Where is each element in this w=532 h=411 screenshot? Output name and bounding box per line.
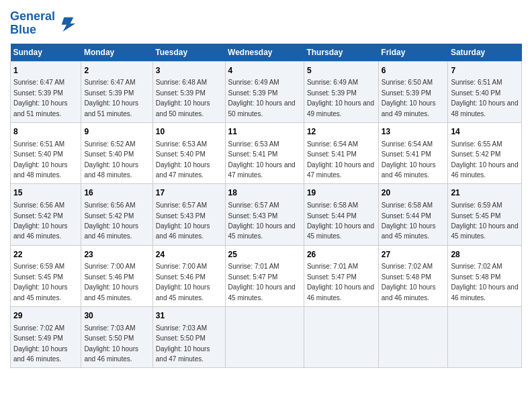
svg-marker-0	[62, 17, 76, 31]
daylight: Daylight: 10 hours and 47 minutes.	[307, 161, 374, 179]
calendar-cell: 31Sunrise: 7:03 AMSunset: 5:50 PMDayligh…	[152, 307, 225, 368]
day-number: 23	[84, 249, 149, 261]
calendar-body: 1Sunrise: 6:47 AMSunset: 5:39 PMDaylight…	[11, 61, 522, 368]
calendar-cell: 13Sunrise: 6:54 AMSunset: 5:41 PMDayligh…	[378, 122, 448, 183]
day-number: 3	[156, 65, 222, 77]
daylight: Daylight: 10 hours and 45 minutes.	[382, 222, 436, 240]
sunset: Sunset: 5:46 PM	[156, 273, 206, 281]
day-number: 18	[228, 187, 301, 199]
daylight: Daylight: 10 hours and 48 minutes.	[13, 161, 68, 179]
sunrise: Sunrise: 6:58 AM	[382, 201, 433, 209]
calendar-cell: 25Sunrise: 7:01 AMSunset: 5:47 PMDayligh…	[225, 245, 304, 306]
sunrise: Sunrise: 6:56 AM	[13, 201, 64, 209]
header-day-saturday: Saturday	[448, 44, 522, 62]
day-number: 6	[382, 65, 445, 77]
calendar-cell: 5Sunrise: 6:49 AMSunset: 5:39 PMDaylight…	[304, 61, 378, 122]
daylight: Daylight: 10 hours and 46 minutes.	[13, 222, 68, 240]
sunset: Sunset: 5:42 PM	[13, 212, 63, 220]
daylight: Daylight: 10 hours and 48 minutes.	[84, 161, 138, 179]
sunrise: Sunrise: 6:49 AM	[228, 79, 279, 86]
sunrise: Sunrise: 6:57 AM	[156, 201, 207, 209]
daylight: Daylight: 10 hours and 46 minutes.	[156, 222, 210, 240]
sunrise: Sunrise: 7:02 AM	[451, 263, 502, 270]
sunrise: Sunrise: 6:54 AM	[382, 140, 433, 148]
day-number: 28	[451, 249, 519, 261]
day-number: 17	[156, 187, 222, 199]
calendar-cell: 30Sunrise: 7:03 AMSunset: 5:50 PMDayligh…	[81, 307, 152, 368]
calendar-cell: 27Sunrise: 7:02 AMSunset: 5:48 PMDayligh…	[378, 245, 448, 306]
sunrise: Sunrise: 7:01 AM	[228, 263, 279, 270]
sunset: Sunset: 5:39 PM	[382, 89, 431, 97]
daylight: Daylight: 10 hours and 48 minutes.	[451, 99, 518, 117]
sunset: Sunset: 5:47 PM	[228, 273, 278, 281]
sunrise: Sunrise: 6:51 AM	[13, 140, 64, 148]
daylight: Daylight: 10 hours and 46 minutes.	[451, 283, 518, 301]
sunset: Sunset: 5:44 PM	[307, 212, 357, 220]
sunrise: Sunrise: 6:53 AM	[228, 140, 279, 148]
sunset: Sunset: 5:41 PM	[382, 150, 431, 158]
calendar-cell: 24Sunrise: 7:00 AMSunset: 5:46 PMDayligh…	[152, 245, 225, 306]
day-number: 30	[84, 310, 149, 322]
daylight: Daylight: 10 hours and 49 minutes.	[382, 99, 436, 117]
header-day-friday: Friday	[378, 44, 448, 62]
logo: GeneralBlue	[10, 10, 77, 37]
sunset: Sunset: 5:39 PM	[228, 89, 278, 97]
daylight: Daylight: 10 hours and 51 minutes.	[84, 99, 138, 117]
day-number: 19	[307, 187, 375, 199]
day-number: 24	[156, 249, 222, 261]
calendar-cell: 14Sunrise: 6:55 AMSunset: 5:42 PMDayligh…	[448, 122, 522, 183]
sunrise: Sunrise: 7:03 AM	[156, 324, 207, 332]
day-number: 11	[228, 126, 301, 138]
calendar-cell	[448, 307, 522, 368]
header-day-tuesday: Tuesday	[152, 44, 225, 62]
daylight: Daylight: 10 hours and 45 minutes.	[13, 283, 68, 301]
calendar-week-2: 8Sunrise: 6:51 AMSunset: 5:40 PMDaylight…	[11, 122, 522, 183]
calendar-week-3: 15Sunrise: 6:56 AMSunset: 5:42 PMDayligh…	[11, 184, 522, 245]
sunrise: Sunrise: 6:47 AM	[13, 79, 64, 86]
calendar-cell: 18Sunrise: 6:57 AMSunset: 5:43 PMDayligh…	[225, 184, 304, 245]
calendar-cell: 21Sunrise: 6:59 AMSunset: 5:45 PMDayligh…	[448, 184, 522, 245]
daylight: Daylight: 10 hours and 45 minutes.	[451, 222, 518, 240]
calendar-cell: 16Sunrise: 6:56 AMSunset: 5:42 PMDayligh…	[81, 184, 152, 245]
day-number: 9	[84, 126, 149, 138]
day-number: 20	[382, 187, 445, 199]
daylight: Daylight: 10 hours and 45 minutes.	[84, 283, 138, 301]
calendar-cell: 23Sunrise: 7:00 AMSunset: 5:46 PMDayligh…	[81, 245, 152, 306]
sunset: Sunset: 5:40 PM	[451, 89, 500, 97]
sunrise: Sunrise: 6:49 AM	[307, 79, 358, 86]
sunrise: Sunrise: 6:54 AM	[307, 140, 358, 148]
calendar-cell: 6Sunrise: 6:50 AMSunset: 5:39 PMDaylight…	[378, 61, 448, 122]
sunset: Sunset: 5:49 PM	[13, 334, 63, 342]
sunrise: Sunrise: 6:55 AM	[451, 140, 502, 148]
day-number: 22	[13, 249, 78, 261]
calendar-cell: 2Sunrise: 6:47 AMSunset: 5:39 PMDaylight…	[81, 61, 152, 122]
calendar-cell: 4Sunrise: 6:49 AMSunset: 5:39 PMDaylight…	[225, 61, 304, 122]
day-number: 5	[307, 65, 375, 77]
calendar-cell: 8Sunrise: 6:51 AMSunset: 5:40 PMDaylight…	[11, 122, 81, 183]
calendar-cell: 10Sunrise: 6:53 AMSunset: 5:40 PMDayligh…	[152, 122, 225, 183]
day-number: 31	[156, 310, 222, 322]
sunset: Sunset: 5:40 PM	[156, 150, 206, 158]
daylight: Daylight: 10 hours and 49 minutes.	[307, 99, 374, 117]
day-number: 16	[84, 187, 149, 199]
daylight: Daylight: 10 hours and 45 minutes.	[307, 222, 374, 240]
calendar-cell: 1Sunrise: 6:47 AMSunset: 5:39 PMDaylight…	[11, 61, 81, 122]
sunset: Sunset: 5:39 PM	[156, 89, 206, 97]
day-number: 29	[13, 310, 78, 322]
calendar-cell: 11Sunrise: 6:53 AMSunset: 5:41 PMDayligh…	[225, 122, 304, 183]
sunrise: Sunrise: 7:02 AM	[13, 324, 64, 332]
daylight: Daylight: 10 hours and 46 minutes.	[84, 345, 138, 363]
daylight: Daylight: 10 hours and 46 minutes.	[84, 222, 138, 240]
daylight: Daylight: 10 hours and 47 minutes.	[156, 345, 210, 363]
calendar-cell: 12Sunrise: 6:54 AMSunset: 5:41 PMDayligh…	[304, 122, 378, 183]
daylight: Daylight: 10 hours and 46 minutes.	[13, 345, 68, 363]
sunset: Sunset: 5:48 PM	[451, 273, 500, 281]
calendar-cell: 20Sunrise: 6:58 AMSunset: 5:44 PMDayligh…	[378, 184, 448, 245]
page-header: GeneralBlue	[10, 10, 522, 37]
sunrise: Sunrise: 7:00 AM	[84, 263, 135, 270]
calendar-cell: 7Sunrise: 6:51 AMSunset: 5:40 PMDaylight…	[448, 61, 522, 122]
sunrise: Sunrise: 6:47 AM	[84, 79, 135, 86]
sunset: Sunset: 5:42 PM	[84, 212, 134, 220]
calendar-cell: 3Sunrise: 6:48 AMSunset: 5:39 PMDaylight…	[152, 61, 225, 122]
daylight: Daylight: 10 hours and 45 minutes.	[228, 283, 296, 301]
